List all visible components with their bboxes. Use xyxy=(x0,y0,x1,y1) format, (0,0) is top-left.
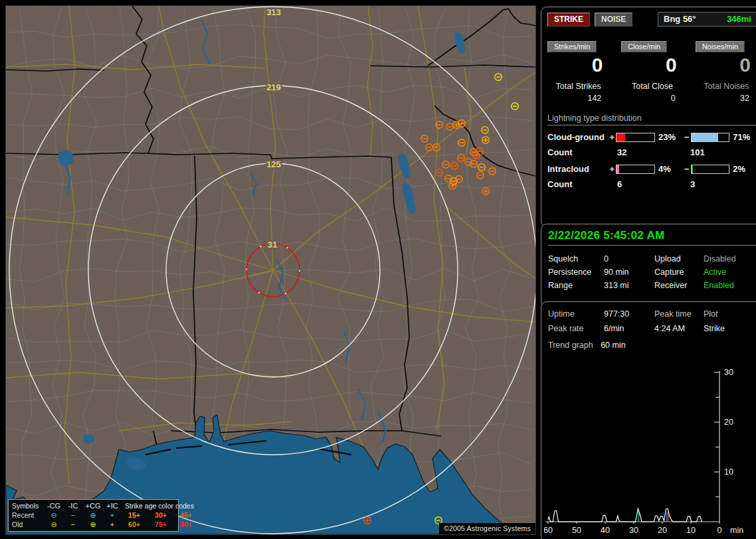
total-close-label: Total Close xyxy=(621,82,683,91)
svg-text:30: 30 xyxy=(629,526,638,535)
cg-minus-count: 101 xyxy=(681,147,705,157)
uptime-grid: Uptime 977:30 Peak time Plot Peak rate 6… xyxy=(548,307,756,336)
persistence-value: 90 min xyxy=(604,266,654,279)
svg-text:219: 219 xyxy=(266,82,281,92)
close-counter: Close/min 0 Total Close 0 xyxy=(621,41,683,103)
legend-header-symbols: Symbols xyxy=(12,501,44,510)
ic-plus-pct: 4% xyxy=(658,164,683,174)
svg-text:20: 20 xyxy=(724,418,733,427)
ic-minus-count: 3 xyxy=(681,179,695,189)
svg-text:0: 0 xyxy=(717,526,722,535)
cloud-ground-counts: Count 32 101 xyxy=(547,147,756,157)
close-per-min-value: 0 xyxy=(621,54,683,76)
intracloud-label: Intracloud xyxy=(547,164,608,174)
svg-text:125: 125 xyxy=(266,159,281,169)
total-noises-label: Total Noises xyxy=(696,82,756,91)
map-legend: Symbols -CG -IC +CG +IC Strike age color… xyxy=(8,499,179,532)
datetime-display: 2/22/2026 5:45:02 AM xyxy=(548,229,756,246)
receiver-status: Enabled xyxy=(704,279,756,292)
noises-per-min-value: 0 xyxy=(696,54,756,76)
ic-plus-count: 6 xyxy=(609,179,681,189)
svg-text:50: 50 xyxy=(572,526,581,535)
distribution-title: Lightning type distribution xyxy=(547,114,756,125)
legend-row-label-recent: Recent xyxy=(12,510,44,520)
count-label: Count xyxy=(547,179,609,189)
svg-text:31: 31 xyxy=(268,240,277,250)
squelch-label: Squelch xyxy=(548,252,604,266)
upload-label: Upload xyxy=(654,252,704,266)
noise-button[interactable]: NOISE xyxy=(595,13,632,27)
total-strikes-label: Total Strikes xyxy=(547,82,609,91)
legend-header-ncg: -CG xyxy=(44,501,64,510)
cloud-ground-row: Cloud-ground + 23% − 71% xyxy=(547,132,756,142)
svg-text:20: 20 xyxy=(658,526,667,535)
svg-text:10: 10 xyxy=(686,526,696,535)
total-close-value: 0 xyxy=(621,94,683,103)
total-noises-value: 32 xyxy=(696,94,756,103)
capture-status: Active xyxy=(704,266,756,279)
legend-symbol-recent-1: − xyxy=(64,510,82,520)
svg-text:30: 30 xyxy=(724,368,733,377)
svg-text:40: 40 xyxy=(601,526,610,535)
range-value: 313 mi xyxy=(604,279,654,292)
cloud-ground-label: Cloud-ground xyxy=(547,132,608,142)
peak-time-label: Peak time xyxy=(654,307,704,321)
persistence-label: Persistence xyxy=(548,266,604,279)
plot-value: Strike xyxy=(704,321,756,336)
legend-age-old-2: 90+ xyxy=(174,520,198,529)
bearing-display: Bng 56° 346mi xyxy=(658,12,756,27)
legend-symbol-old-1: − xyxy=(64,520,82,529)
trend-graph-window: 60 min xyxy=(601,341,626,350)
side-panel: STRIKE NOISE Bng 56° 346mi Strikes/min 0… xyxy=(539,0,756,539)
ic-plus-bar xyxy=(616,165,655,174)
trend-graph-label: Trend graph xyxy=(548,341,593,350)
legend-symbol-recent-0: ⊖ xyxy=(44,510,64,520)
uptime-label: Uptime xyxy=(548,307,604,321)
strike-stats-box: STRIKE NOISE Bng 56° 346mi Strikes/min 0… xyxy=(541,7,756,227)
legend-symbol-old-0: ⊖ xyxy=(44,520,64,529)
legend-header-pic: +IC xyxy=(104,501,121,510)
legend-row-label-old: Old xyxy=(12,520,44,529)
intracloud-counts: Count 6 3 xyxy=(547,179,756,189)
legend-age-header: Strike age color codes xyxy=(121,501,198,510)
close-per-min-label: Close/min xyxy=(621,41,667,52)
plus-sign: + xyxy=(608,164,616,174)
radar-map[interactable]: 31321912531 Symbols -CG -IC +CG +IC Stri… xyxy=(5,5,536,535)
intracloud-row: Intracloud + 4% − 2% xyxy=(547,164,756,174)
bearing-range: 346mi xyxy=(727,14,751,24)
peak-rate-value: 6/min xyxy=(604,321,654,336)
ic-minus-bar xyxy=(691,165,730,174)
lightning-distribution: Lightning type distribution Cloud-ground… xyxy=(547,114,756,189)
legend-symbol-recent-2: ⊕ xyxy=(82,510,104,520)
ic-minus-pct: 2% xyxy=(733,164,756,174)
uptime-value: 977:30 xyxy=(604,307,654,321)
cg-minus-bar xyxy=(691,133,730,142)
plus-sign: + xyxy=(608,132,616,142)
strike-button[interactable]: STRIKE xyxy=(547,13,590,27)
legend-age-old-1: 75+ xyxy=(147,520,174,529)
strikes-per-min-label: Strikes/min xyxy=(547,41,597,52)
svg-text:313: 313 xyxy=(266,7,281,17)
trend-graph: 1020306050403020100min xyxy=(544,357,747,538)
cg-plus-count: 32 xyxy=(609,147,681,157)
squelch-value: 0 xyxy=(604,252,654,266)
receiver-label: Receiver xyxy=(654,279,704,292)
legend-age-recent-0: 15+ xyxy=(121,510,147,520)
legend-age-recent-1: 30+ xyxy=(147,510,174,520)
cg-plus-bar xyxy=(616,133,655,142)
bearing-label: Bng 56° xyxy=(664,14,696,24)
svg-text:min: min xyxy=(730,526,743,535)
svg-text:60: 60 xyxy=(544,526,553,535)
minus-sign: − xyxy=(683,164,691,174)
cg-plus-pct: 23% xyxy=(658,132,683,142)
copyright-label: ©2005 Astrogenic Systems xyxy=(439,523,535,534)
map-canvas[interactable]: 31321912531 xyxy=(6,6,535,534)
upload-status: Disabled xyxy=(704,252,756,266)
range-label: Range xyxy=(548,279,604,292)
peak-rate-label: Peak rate xyxy=(548,321,604,336)
total-strikes-value: 142 xyxy=(547,94,609,103)
status-box: 2/22/2026 5:45:02 AM Squelch 0 Upload Di… xyxy=(541,224,756,307)
count-label: Count xyxy=(547,147,609,157)
cg-minus-pct: 71% xyxy=(733,132,756,142)
strikes-counter: Strikes/min 0 Total Strikes 142 xyxy=(547,41,609,103)
